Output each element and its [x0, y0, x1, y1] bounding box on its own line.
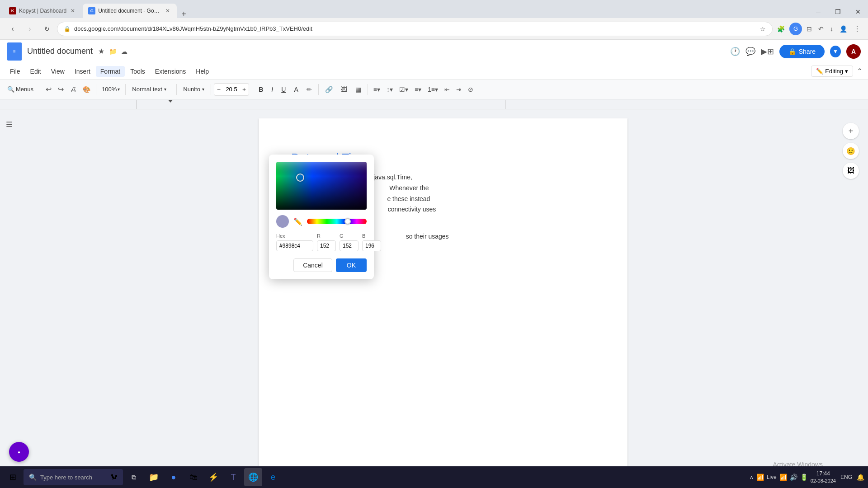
hue-slider[interactable]: [307, 219, 367, 224]
font-selector[interactable]: Nunito ▾: [179, 84, 208, 94]
star-icon[interactable]: ☆: [760, 25, 766, 33]
taskbar-flow[interactable]: ⚡: [204, 468, 222, 486]
italic-button[interactable]: I: [268, 84, 277, 95]
clock[interactable]: 17:44 02-08-2024: [811, 470, 836, 484]
comment-icon-btn[interactable]: 💬: [745, 47, 755, 56]
cancel-button[interactable]: Cancel: [293, 258, 332, 272]
color-swatch[interactable]: [276, 215, 289, 228]
color-picker-handle[interactable]: [296, 174, 304, 182]
share-button[interactable]: 🔒 Share: [779, 45, 825, 58]
folder-icon[interactable]: 📁: [109, 48, 117, 55]
taskbar-chrome2[interactable]: 🌐: [244, 468, 262, 486]
menus-label: Menus: [16, 86, 33, 93]
forward-button[interactable]: ›: [23, 22, 37, 36]
font-value: Nunito: [183, 86, 200, 93]
menu-file[interactable]: File: [5, 66, 25, 77]
menu-extensions[interactable]: Extensions: [151, 66, 190, 77]
line-spacing-button[interactable]: ↕▾: [384, 84, 396, 95]
start-button[interactable]: ⊞: [4, 468, 22, 486]
menu-edit[interactable]: Edit: [26, 66, 46, 77]
tab1-close[interactable]: ✕: [69, 7, 76, 14]
image-btn-sidebar[interactable]: 🖼: [843, 163, 859, 179]
g-input[interactable]: [340, 240, 359, 251]
ok-button[interactable]: OK: [336, 258, 367, 272]
r-input[interactable]: [317, 240, 336, 251]
user-avatar[interactable]: A: [846, 44, 861, 59]
extensions-button[interactable]: 🧩: [775, 23, 787, 34]
clear-formatting-button[interactable]: ⊘: [465, 84, 476, 95]
align-button[interactable]: ≡▾: [371, 84, 383, 95]
back-button[interactable]: ‹: [5, 22, 20, 36]
style-selector[interactable]: Normal text ▾: [128, 84, 174, 94]
cloud-save-icon[interactable]: ☁: [121, 48, 127, 55]
highlight-button[interactable]: ✏: [303, 84, 316, 95]
present-icon-btn[interactable]: ▶⊞: [761, 47, 774, 56]
tab2-close[interactable]: ✕: [164, 7, 171, 14]
tab-inactive[interactable]: K Kopyst | Dashboard ✕: [4, 4, 82, 18]
menu-format[interactable]: Format: [96, 66, 125, 77]
systray-expand[interactable]: ∧: [750, 474, 754, 480]
kopyst-dot[interactable]: ●: [9, 442, 29, 462]
menu-tools[interactable]: Tools: [126, 66, 150, 77]
taskbar-store[interactable]: 🛍: [184, 468, 203, 486]
outline-toggle[interactable]: ☰: [4, 118, 14, 131]
link-button[interactable]: 🔗: [321, 84, 336, 95]
add-comment-btn[interactable]: +: [843, 123, 859, 139]
menu-help[interactable]: Help: [191, 66, 213, 77]
taskbar-search[interactable]: 🔍 Type here to search 🐿: [24, 469, 123, 485]
indent-less-button[interactable]: ⇤: [442, 84, 453, 95]
emoji-btn[interactable]: 🙂: [843, 143, 859, 159]
taskbar-explorer[interactable]: 📁: [145, 468, 163, 486]
menu-view[interactable]: View: [47, 66, 69, 77]
restore-button[interactable]: ❐: [828, 5, 848, 18]
menus-button[interactable]: 🔍 Menus: [4, 84, 37, 94]
redo-button[interactable]: ↪: [55, 83, 66, 95]
hex-input[interactable]: [276, 240, 313, 251]
reload-button[interactable]: ↻: [40, 22, 54, 36]
font-size-increase[interactable]: +: [240, 85, 249, 94]
close-button[interactable]: ✕: [848, 5, 868, 18]
new-tab-button[interactable]: +: [178, 10, 190, 18]
zoom-selector[interactable]: 100% ▾: [99, 84, 123, 94]
checklist-button[interactable]: ☑▾: [396, 84, 411, 95]
url-bar[interactable]: 🔒 docs.google.com/document/d/184XLv86JWq…: [57, 22, 773, 36]
downloads-icon[interactable]: ↓: [828, 23, 835, 34]
eyedropper-button[interactable]: ✏️: [292, 216, 303, 227]
editing-dropdown[interactable]: ✏️ Editing ▾: [811, 66, 853, 77]
profile-icon[interactable]: G: [789, 23, 802, 35]
hex-field: Hex: [276, 233, 313, 251]
text-color-button[interactable]: A: [290, 84, 302, 95]
notifications-btn[interactable]: 🔔: [857, 474, 864, 481]
indent-more-button[interactable]: ⇥: [453, 84, 464, 95]
font-size-decrease[interactable]: −: [214, 85, 223, 94]
underline-button[interactable]: U: [278, 84, 289, 95]
color-gradient-area[interactable]: [276, 162, 367, 210]
print-button[interactable]: 🖨: [67, 84, 79, 95]
user-account-btn[interactable]: 👤: [838, 23, 849, 34]
share-expand-btn[interactable]: ▼: [830, 46, 841, 57]
history-icon-btn[interactable]: 🕐: [730, 47, 740, 56]
tab-active[interactable]: G Untitled document - Google D... ✕: [83, 4, 177, 18]
hue-handle[interactable]: [344, 218, 351, 225]
menu-insert[interactable]: Insert: [70, 66, 95, 77]
minimize-button[interactable]: ─: [809, 5, 828, 18]
table-button[interactable]: ▦: [352, 84, 365, 95]
bold-button[interactable]: B: [255, 84, 267, 95]
taskbar-edge[interactable]: e: [264, 468, 282, 486]
sidebar-icon[interactable]: ⊟: [805, 23, 814, 34]
image-button[interactable]: 🖼: [337, 84, 351, 95]
undo-button[interactable]: ↩: [43, 83, 54, 95]
taskbar-chrome[interactable]: ●: [165, 468, 183, 486]
bullets-button[interactable]: ≡▾: [412, 84, 424, 95]
b-input[interactable]: [362, 240, 381, 251]
numbered-list-button[interactable]: 1≡▾: [425, 84, 441, 95]
docs-title-text[interactable]: Untitled document: [27, 47, 93, 56]
star-favorite-icon[interactable]: ★: [98, 47, 104, 56]
font-size-input[interactable]: [223, 86, 240, 93]
taskbar-teams[interactable]: T: [224, 468, 242, 486]
task-view-btn[interactable]: ⧉: [125, 468, 143, 486]
collapse-toolbar-btn[interactable]: ⌃: [857, 67, 863, 75]
history-2-icon[interactable]: ↶: [816, 23, 826, 34]
settings-menu-btn[interactable]: ⋮: [852, 23, 863, 35]
paint-format-button[interactable]: 🎨: [80, 84, 93, 95]
